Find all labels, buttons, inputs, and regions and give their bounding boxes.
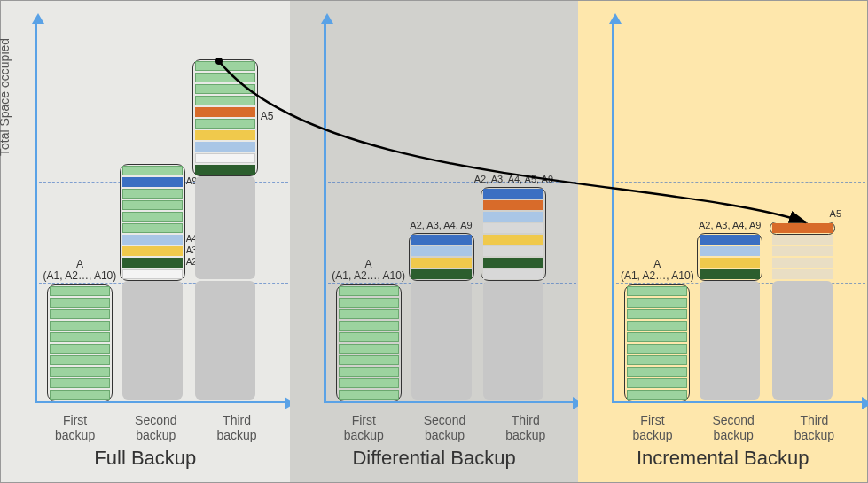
xlabel-diff-3: Third backup	[490, 413, 561, 443]
bar-incr-1: A (A1, A2…, A10)	[625, 285, 689, 401]
x-labels-full: First backup Second backup Third backup	[35, 413, 278, 443]
title-full: Full Backup	[1, 447, 290, 470]
stack-full-3-base	[193, 280, 257, 401]
set-label-diff: A (A1, A2…, A10)	[316, 259, 422, 282]
xlabel-incr-3: Third backup	[778, 413, 849, 443]
y-axis-icon-d	[324, 22, 326, 403]
bar-diff-3: A2, A3, A4, A5, A9	[481, 188, 545, 401]
stack-full-3-top: A5	[193, 60, 257, 175]
bar-full-3: A5	[193, 60, 257, 401]
set-label-full: A (A1, A2…, A10)	[27, 259, 133, 282]
bar-diff-1: A (A1, A2…, A10)	[337, 285, 401, 401]
x-axis-icon	[35, 401, 286, 403]
title-incr: Incremental Backup	[578, 447, 867, 470]
diagram-frame: Total Space occupied A (A1, A2…, A10)	[0, 0, 868, 483]
xlabel-full-1: First backup	[40, 413, 111, 443]
y-axis-icon-i	[612, 22, 614, 403]
note-a5-full: A5	[261, 111, 274, 122]
x-axis-icon-d	[324, 401, 575, 403]
xlabel-diff-2: Second backup	[410, 413, 481, 443]
panel-differential-backup: A (A1, A2…, A10) A2, A3, A4, A9	[290, 1, 579, 482]
panel-full-backup: Total Space occupied A (A1, A2…, A10)	[1, 1, 290, 482]
bar-full-1: A (A1, A2…, A10)	[48, 285, 112, 401]
x-labels-diff: First backup Second backup Third backup	[324, 413, 567, 443]
y-axis-icon	[35, 22, 37, 403]
y-axis-label: Total Space occupied	[0, 38, 12, 156]
chart-full: A (A1, A2…, A10) A9 A4 A3	[35, 22, 278, 403]
bar-full-2: A9 A4 A3 A2	[121, 165, 184, 401]
bar-incr-2: A2, A3, A4, A9	[698, 234, 762, 401]
xlabel-incr-2: Second backup	[698, 413, 769, 443]
xlabel-incr-1: First backup	[617, 413, 688, 443]
stack-full-2-top: A9 A4 A3 A2	[121, 165, 184, 280]
title-diff: Differential Backup	[290, 447, 579, 470]
xlabel-diff-1: First backup	[328, 413, 399, 443]
x-axis-icon-i	[612, 401, 864, 403]
bar-diff-2: A2, A3, A4, A9	[410, 234, 473, 401]
ann-incr-2: A2, A3, A4, A9	[676, 220, 783, 230]
bar-incr-3: A5	[770, 222, 834, 401]
ann-diff-2: A2, A3, A4, A9	[388, 220, 495, 230]
chart-diff: A (A1, A2…, A10) A2, A3, A4, A9	[324, 22, 567, 403]
ann-incr-3: A5	[830, 208, 841, 219]
stack-full-2-base	[121, 280, 184, 401]
x-labels-incr: First backup Second backup Third backup	[612, 413, 855, 443]
xlabel-full-2: Second backup	[121, 413, 192, 443]
xlabel-full-3: Third backup	[201, 413, 272, 443]
ann-diff-3: A2, A3, A4, A5, A9	[460, 174, 567, 184]
panel-incremental-backup: A (A1, A2…, A10) A2, A3, A4, A9	[578, 1, 867, 482]
stack-full-1	[48, 285, 112, 401]
chart-incr: A (A1, A2…, A10) A2, A3, A4, A9	[612, 22, 855, 403]
stack-full-3-mid	[193, 175, 257, 280]
set-label-incr: A (A1, A2…, A10)	[604, 259, 710, 282]
